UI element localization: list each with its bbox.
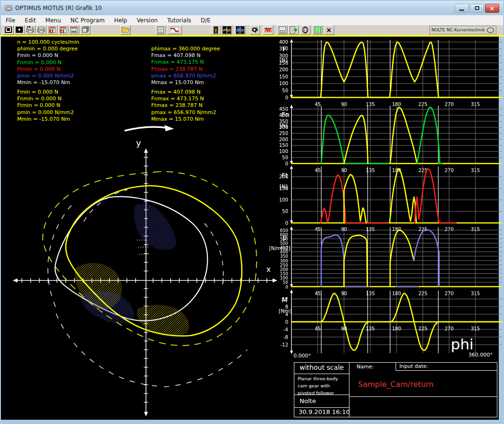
menu-item-help[interactable]: Help [109,16,132,25]
svg-text:×: × [326,26,332,34]
readout-min-values-yellow: Fmin = 0.000 NFnmin = 0.000 NFtmin = 0.0… [17,89,74,123]
titlebar[interactable]: OPTIMUS MOTUS (R) Grafik 10 × [1,1,503,15]
readout-line: Mmin = -15.070 Nm [17,116,74,123]
maximize-icon [475,6,479,10]
menubar: FileEditMenuNC ProgramHelpVersionTutoria… [1,15,503,25]
footer-datetime: 30.9.2018 16:10 [299,408,350,415]
window-title: OPTIMUS MOTUS (R) Grafik 10 [15,5,102,11]
readout-line: phimax = 360.000 degree [151,46,220,52]
menu-item-d-e[interactable]: D/E [196,16,215,25]
readout-line: Fnmax = 473.175 N [151,96,216,102]
readout-line: Fnmin = 0.000 N [17,59,79,66]
readout-line: Fnmin = 0.000 N [17,96,74,102]
print-color-icon[interactable] [25,25,36,35]
app-icon [5,5,12,11]
readout-line: Fmax = 407.098 N [151,89,216,96]
readout-line: phimin = 0.000 degree [17,46,79,52]
readout-line: Ftmin = 0.000 N [17,102,74,109]
traffic-light-icon[interactable] [211,25,221,35]
close-x-icon[interactable]: × [324,25,334,35]
brand-box: NOLTE NC-Kurventechnik [429,26,496,34]
zoom-window-icon[interactable] [3,25,14,35]
force-spikes-icon[interactable] [263,25,273,35]
readout-line: pmin = 0.000 N/mm2 [17,109,74,116]
phi-end-label: 360.000° [468,352,493,358]
brand-label: NOLTE NC-Kurventechnik [432,28,485,32]
footer-scale-note: without scale [300,364,344,371]
phi-start-label: 0.000° [293,353,311,359]
fit-view-icon[interactable]: ✦ [14,25,25,35]
menu-item-version[interactable]: Version [132,16,162,25]
svg-text:Init: Init [71,29,77,33]
notepad-icon[interactable] [155,25,166,35]
close-button[interactable]: × [485,4,499,13]
readout-line: n = 100.000 cycles/min [17,39,79,46]
menu-item-edit[interactable]: Edit [20,16,40,25]
close-icon: × [490,5,495,12]
readout-line: Ftmin = 0.000 N [17,66,79,73]
readout-line: pmax = 656.970 N/mm2 [151,73,220,79]
minimize-icon [459,10,464,11]
ellipse-icon[interactable] [300,25,310,35]
toolbar: NOLTE NC-Kurventechnik ✦12InitQ× [1,25,503,35]
footer-divider [349,396,497,397]
footer-author: Nolte [300,397,316,405]
cam-profile-icon[interactable] [167,25,182,35]
footer-description: Planar three-bodycam gear withpivoted fo… [298,375,338,396]
export-doc-icon[interactable] [288,25,299,35]
footer-description-line: Planar three-body [298,375,338,382]
footer-input-date-label: Input date: [399,363,428,369]
readout-line: pmax = 656.970 N/mm2 [151,109,216,116]
readout-line: Mmax = 15.070 Nm [151,116,216,123]
view-2-icon[interactable]: 2 [58,25,68,35]
app-window: OPTIMUS MOTUS (R) Grafik 10 × FileEditMe… [0,0,504,424]
table-green-icon[interactable] [312,25,323,35]
readout-line: Fmax = 407.098 N [151,52,220,59]
render-3d-icon[interactable] [80,25,90,35]
readout-line: Mmax = 15.070 Nm [151,79,220,86]
svg-text:2: 2 [61,29,64,33]
readout-line: Mmin = -15.070 Nm [17,79,79,86]
readout-max-values: phimax = 360.000 degreeFmax = 407.098 NF… [151,46,220,86]
readout-min-values: n = 100.000 cycles/minphimin = 0.000 deg… [17,39,79,86]
svg-text:Q: Q [252,26,257,33]
diagram-curves-icon[interactable] [222,25,232,35]
rotate-q-icon[interactable]: Q [250,25,260,35]
calculator-icon[interactable] [277,25,288,35]
brand-logo-ellipse-icon [487,28,494,33]
menu-item-menu[interactable]: Menu [40,16,66,25]
view-1-icon[interactable]: 1 [47,25,58,35]
open-folder-icon[interactable] [120,25,131,35]
footer-description-line: cam gear with [298,382,338,389]
menu-item-file[interactable]: File [1,16,20,25]
svg-text:1: 1 [50,29,53,33]
readout-line: Ftmax = 238.787 N [151,102,216,109]
readout-line: Ftmax = 238.787 N [151,66,220,73]
menu-item-nc-program[interactable]: NC Program [66,16,109,25]
footer-name-label: Name: [357,364,374,370]
maximize-button[interactable] [470,4,484,13]
readout-line: Fmin = 0.000 N [17,52,79,59]
readout-line: pmin = 0.000 N/mm2 [17,73,79,79]
readout-line: Fmin = 0.000 N [17,89,74,96]
phi-axis-title: phi [451,336,474,353]
readout-max-values-yellow: Fmax = 407.098 NFnmax = 473.175 NFtmax =… [151,89,216,123]
print-gray-icon[interactable] [36,25,47,35]
readout-line: Fnmax = 473.175 N [151,59,220,66]
minimize-button[interactable] [455,4,469,13]
svg-text:✦: ✦ [17,27,21,32]
footer-description-line: pivoted follower [298,389,338,396]
footer-project-name: Sample_Cam/return [358,380,434,389]
view-init-icon[interactable]: Init [69,25,79,35]
menu-item-tutorials[interactable]: Tutorials [163,16,196,25]
diagram-target-icon[interactable] [235,25,245,35]
